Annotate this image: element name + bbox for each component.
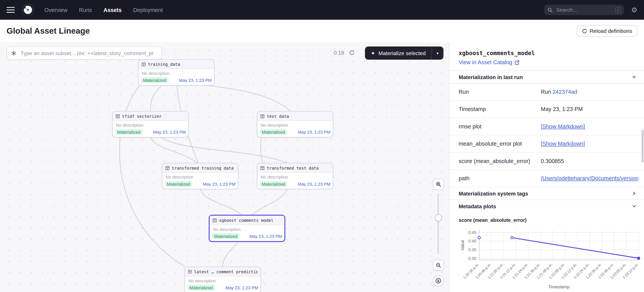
table-row: mean_absolute_error plot [Show Markdown] — [449, 135, 644, 153]
chevron-right-icon — [632, 191, 637, 196]
zoom-in-button[interactable] — [433, 178, 444, 189]
table-row: rmse plot [Show Markdown] — [449, 118, 644, 135]
recenter-button[interactable] — [433, 275, 444, 286]
show-markdown-link[interactable]: [Show Markdown] — [541, 141, 585, 147]
section-metadata-plots[interactable]: Metadata plots — [449, 200, 644, 212]
top-nav: Overview Runs Assets Deployment / ⚙ — [0, 0, 644, 20]
lineage-graph[interactable]: 0:18 ✦ Materialize selected ▾ training_d… — [0, 42, 449, 292]
asset-node-latest-comment-predictions[interactable]: latest_…_comment_predictions No descript… — [184, 267, 261, 292]
asset-node-xgboost-comments-model[interactable]: xgboost_comments_model No description Ma… — [209, 215, 285, 242]
section-materialization-system-tags[interactable]: Materialization system tags — [449, 187, 644, 200]
asset-detail-panel: xgboost_comments_model View in Asset Cat… — [449, 42, 644, 292]
asset-node-training-data[interactable]: training_data No description Materialize… — [138, 59, 214, 86]
svg-text:0.35: 0.35 — [468, 247, 476, 252]
zoom-in-icon — [436, 181, 441, 187]
nav-item-deployment[interactable]: Deployment — [133, 7, 163, 13]
row-key: mean_absolute_error plot — [449, 141, 541, 147]
asset-filter-input[interactable] — [20, 50, 158, 57]
chevron-down-icon — [632, 75, 637, 80]
materialization-timestamp[interactable]: May 23, 1:23 PM — [153, 130, 186, 135]
chevron-down-icon — [632, 204, 637, 209]
asset-description: No description — [257, 173, 333, 180]
row-key: score (mean_absolute_error) — [449, 158, 541, 164]
row-value: May 23, 1:23 PM — [541, 106, 644, 112]
hamburger-icon[interactable] — [6, 7, 15, 13]
asset-name: latest_…_comment_predictions — [194, 269, 258, 274]
search-icon — [547, 7, 553, 13]
external-link-icon — [515, 60, 520, 65]
asset-filter-field[interactable] — [6, 46, 162, 60]
table-row: Run Run 242374ad — [449, 84, 644, 101]
nav-item-assets[interactable]: Assets — [104, 7, 122, 13]
materialize-selected-button[interactable]: ✦ Materialize selected — [365, 46, 431, 60]
table-row: Timestamp May 23, 1:23 PM — [449, 101, 644, 118]
row-key: rmse plot — [449, 123, 541, 130]
table-icon — [212, 218, 217, 222]
gear-icon[interactable]: ⚙ — [631, 7, 638, 13]
table-icon — [260, 114, 265, 118]
table-icon — [165, 166, 170, 170]
path-link[interactable]: /Users/odetteharary/Documents/version — [541, 175, 638, 181]
asset-description: No description — [257, 121, 333, 128]
status-badge: Materialized — [187, 285, 215, 290]
materialize-dropdown-button[interactable]: ▾ — [432, 46, 444, 60]
app-window: Overview Runs Assets Deployment / ⚙ Glob… — [0, 0, 644, 292]
asset-name: xgboost_comments_model — [219, 218, 274, 222]
show-markdown-link[interactable]: [Show Markdown] — [541, 123, 585, 130]
materialize-button-group: ✦ Materialize selected ▾ — [365, 46, 443, 60]
table-icon — [188, 269, 192, 274]
nav-item-runs[interactable]: Runs — [79, 7, 92, 13]
asset-name: tfidf_vectorizer — [122, 114, 162, 118]
asset-node-tfidf-vectorizer[interactable]: tfidf_vectorizer No description Material… — [112, 111, 189, 137]
svg-text:0.40: 0.40 — [468, 239, 476, 243]
view-in-asset-catalog-link[interactable]: View in Asset Catalog — [458, 59, 634, 65]
table-row: path /Users/odetteharary/Documents/versi… — [449, 170, 644, 187]
panel-scrollbar[interactable] — [642, 130, 644, 162]
section-materialization-last-run[interactable]: Materialization in last run — [449, 70, 644, 84]
asset-name: test_data — [267, 114, 289, 118]
row-value: 0.300855 — [541, 158, 644, 164]
table-icon — [142, 62, 146, 66]
table-row: score (mean_absolute_error) 0.300855 — [449, 153, 644, 170]
zoom-slider[interactable] — [437, 193, 439, 254]
zoom-out-button[interactable] — [433, 260, 444, 271]
svg-text:0.30: 0.30 — [468, 256, 476, 261]
nav-item-overview[interactable]: Overview — [44, 7, 68, 13]
elapsed-time: 0:18 — [334, 46, 344, 60]
asset-description: No description — [185, 276, 260, 284]
search-input[interactable] — [556, 7, 612, 13]
materialization-timestamp[interactable]: May 23, 1:23 PM — [298, 181, 330, 186]
materialization-timestamp[interactable]: May 23, 1:23 PM — [226, 285, 258, 290]
run-link[interactable]: 242374ad — [553, 89, 577, 95]
row-key: Timestamp — [449, 106, 541, 112]
refresh-icon[interactable] — [349, 50, 355, 56]
svg-text:Value: Value — [460, 240, 465, 250]
status-badge: Materialized — [115, 129, 142, 135]
status-badge: Materialized — [260, 129, 287, 135]
status-badge: Materialized — [212, 233, 240, 239]
asset-description: No description — [112, 121, 188, 128]
asset-description: No description — [138, 69, 214, 76]
refresh-icon — [582, 28, 587, 34]
materialization-timestamp[interactable]: May 23, 1:23 PM — [179, 78, 212, 83]
circle-down-arrow-icon — [435, 278, 441, 284]
table-icon — [260, 166, 265, 170]
materialization-timestamp[interactable]: May 23, 1:23 PM — [298, 130, 330, 135]
asset-node-test-data[interactable]: test_data No description Materialized Ma… — [257, 111, 334, 137]
status-badge: Materialized — [260, 181, 287, 187]
asset-description: No description — [210, 225, 284, 232]
zoom-slider-handle[interactable] — [435, 214, 442, 221]
chevron-down-icon: ▾ — [436, 51, 439, 55]
asset-name: transformed_test_data — [267, 166, 319, 170]
metadata-plot: 0.450.400.350.301:20:36 p.m.1:20:48 p.m.… — [449, 222, 644, 292]
global-search[interactable]: / — [544, 5, 624, 15]
status-badge: Materialized — [141, 77, 168, 83]
materialization-timestamp[interactable]: May 23, 1:23 PM — [203, 181, 236, 186]
asset-node-transformed-training-data[interactable]: transformed_training_data No description… — [162, 163, 238, 189]
svg-text:0.45: 0.45 — [468, 230, 476, 235]
top-nav-right: / ⚙ — [544, 5, 638, 15]
dagster-logo-icon[interactable] — [22, 3, 34, 17]
asset-node-transformed-test-data[interactable]: transformed_test_data No description Mat… — [257, 163, 334, 189]
materialization-timestamp[interactable]: May 23, 1:23 PM — [249, 234, 282, 239]
reload-definitions-button[interactable]: Reload definitions — [576, 25, 638, 37]
